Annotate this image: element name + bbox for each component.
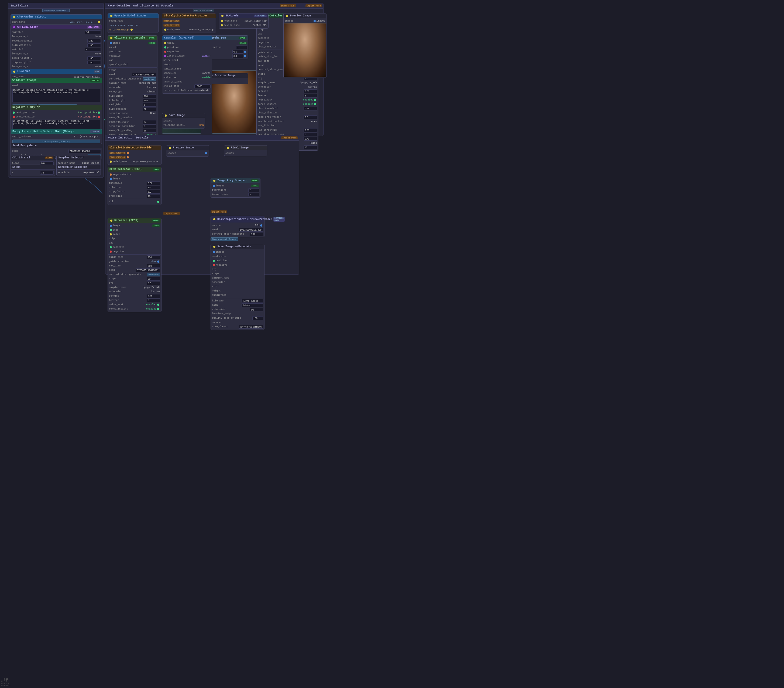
det-sampler-row: sampler_name dpmpp_2m_sde [108,285,161,290]
iterations-row: iterations [211,188,260,192]
p-bbox-out [127,152,129,154]
segm-header: SEGM Detector (SEGS) SEGS [108,167,161,172]
meta-time-row: time_format [211,325,264,329]
model-weight2-input[interactable] [87,56,101,60]
det-max-input[interactable] [147,264,160,268]
text-positive-row: text_positive text_positive [11,110,102,115]
usd-randomize-btn[interactable]: randomize [143,77,156,81]
face-feather-input[interactable] [303,94,317,97]
segm-dil-row: dilation [108,186,161,190]
save-image-gen-button[interactable]: Save Image with Gener... [42,9,70,12]
segm-thresh-input[interactable] [147,181,160,185]
meta-fname-row: filename [211,299,264,303]
drop-size-input[interactable] [303,146,317,149]
ultralytics-person-header: UltralyticsDetectorProvider [108,146,161,150]
face-denoise-input[interactable] [303,89,317,93]
stats-panel: + 0.15 0 / 0 FPS 0.0 FPS-1/-1 [2,678,10,686]
segm-drop-input[interactable] [147,194,160,198]
meta-cfg-row: cfg [211,267,264,271]
ks-model-row: model [162,41,212,45]
det-guide-input[interactable] [147,255,160,259]
alpha-input[interactable] [232,54,243,58]
bbox-crop-input[interactable] [303,115,317,119]
meta-images-row: images [211,250,264,254]
sam-expand-input[interactable] [303,133,317,136]
det-randomize-btn[interactable]: randomize [147,273,160,276]
cr-lora-title: CR LoRa Stack [17,26,38,28]
impact-pack-badge5: Impact Pack [211,210,227,213]
sharpen-radius-input[interactable] [236,46,247,49]
initialize-group-title: Initialize [8,3,104,8]
det-feather-input[interactable] [147,299,160,302]
det-cfg-input[interactable] [147,281,160,285]
segm-crop-input[interactable] [147,190,160,194]
det-bbox-out [157,261,159,263]
segm-img-row: image [108,177,161,181]
sigma-input[interactable] [232,50,243,54]
meta-ext-input[interactable] [250,308,263,311]
usd-sfp-input[interactable] [143,129,156,133]
impact-pack-badge: Impact Pack [280,4,296,7]
det-guide-row: guide_size [108,255,161,259]
sam-mask-input[interactable] [303,137,317,141]
meta-neg-row: negative [211,263,264,267]
ckpt-output [98,21,100,23]
usd-tw-input[interactable] [143,94,156,98]
seed-input[interactable] [69,149,101,153]
image-badge2: IMAGE [148,42,156,44]
det-seed-row: seed [108,268,161,273]
noise-injection-title: Noise Injection Detailer [105,135,299,141]
det-steps-input[interactable] [147,277,160,281]
meta-time-input[interactable] [239,325,263,328]
meta-quality-input[interactable] [252,316,263,320]
meta-fname-input[interactable] [242,299,263,303]
usd-seed-input[interactable] [132,73,156,77]
wildcard-header: Wildcard Prompt STRING [11,78,102,83]
preview-images-dot [313,20,316,22]
kernel-size-input[interactable] [248,193,259,196]
usd-mb-input[interactable] [143,103,156,107]
seed-header: Seed Everywhere [11,143,102,148]
hook-ctrl-input[interactable] [250,232,263,236]
wildcard-textarea[interactable]: seductive leaning forward detailed skin,… [12,89,100,102]
clip-weight2-input[interactable] [87,61,101,64]
load-vae-header: Load VAE VAE [11,69,102,74]
usd-th-input[interactable] [143,99,156,102]
model-weight1-input[interactable] [87,39,101,43]
det-seed-input[interactable] [136,268,160,272]
det-noise-mask-row: noise_mask enabled [108,302,161,307]
upscale-model-header: Upscale Model Loader [108,13,158,18]
steps-input[interactable] [40,171,54,174]
load-vae-title: Load VAE [17,70,30,73]
save-gen-noise-btn[interactable]: Save Image with Gener... [211,237,238,241]
usd-sfw-input[interactable] [143,120,156,124]
ultralytics-face-node: UltralyticsDetectorProvider BBOX_DETECTO… [162,13,216,33]
meta-path-input[interactable] [242,303,263,307]
usd-sfmb-input[interactable] [143,125,156,128]
switch1-input[interactable] [85,30,101,34]
segm-dil-input[interactable] [147,186,160,189]
clip-weight1-input[interactable] [87,43,101,47]
sam-thresh-input[interactable] [303,128,317,132]
lucy-header: Image Lucy Sharpen IMAGE [211,178,260,183]
segm-detector-badge: SEGM_DETECTOR [163,24,180,27]
iterations-input[interactable] [248,188,259,192]
use-everywhere-button[interactable]: Use Everywhere (UE Nodes) [12,140,100,143]
model-name-value-row: UPSCALE MODEL NAME TEXT [108,23,158,28]
model-weight1-row: model_weight_1 [11,39,102,43]
meta-sampler-row: sampler_name [211,276,264,280]
usd-negative-row: negative [108,54,157,58]
steps-title: Steps [12,166,20,169]
switch2-input[interactable] [85,48,101,51]
bbox-thresh-input[interactable] [303,107,317,110]
segs-badge: SEGS [153,168,160,171]
det-denoise-input[interactable] [147,294,160,298]
upscale-model-input [110,15,112,17]
hook-seed-input[interactable] [239,228,263,232]
ks-end-input[interactable] [194,84,211,88]
meta-steps-row: steps [211,271,264,276]
ks-sampler-row: sampler_name [162,67,212,71]
ks-sched-row: scheduler karras [162,71,212,76]
usd-tp-input[interactable] [143,107,156,111]
segm-in-dot [110,174,112,176]
